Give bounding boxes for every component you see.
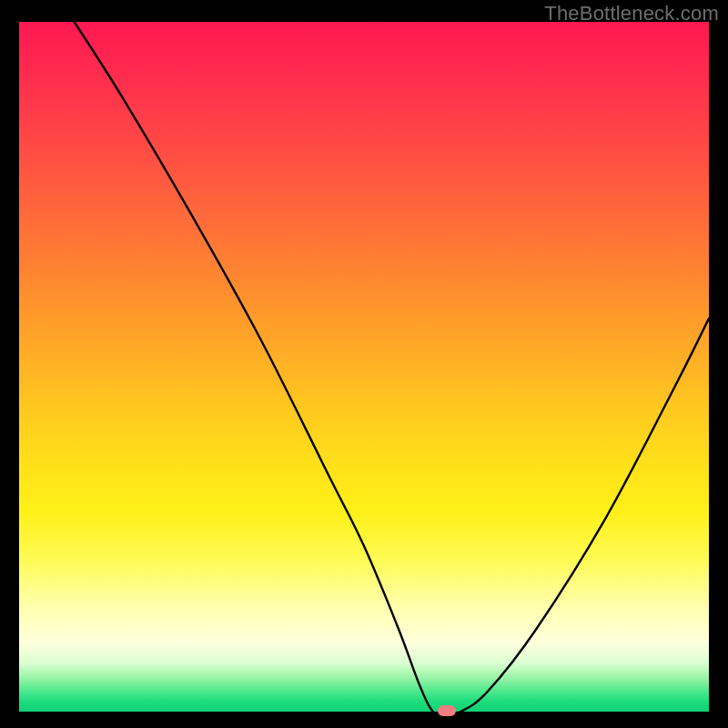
plot-area — [19, 22, 709, 712]
bottleneck-curve — [75, 22, 709, 713]
curve-layer — [19, 22, 709, 712]
chart-frame: TheBottleneck.com — [0, 0, 728, 728]
optimum-marker — [438, 705, 456, 716]
watermark-label: TheBottleneck.com — [544, 2, 719, 25]
